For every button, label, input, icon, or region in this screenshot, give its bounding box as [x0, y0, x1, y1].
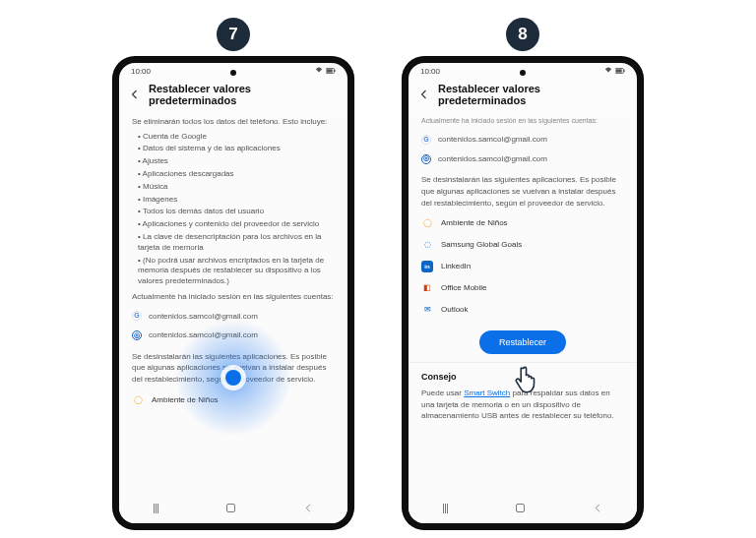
status-icons [315, 66, 336, 76]
list-item: Cuenta de Google [138, 132, 335, 143]
page-title: Restablecer valores predeterminados [438, 83, 627, 106]
office-icon: ◧ [421, 282, 433, 294]
nav-bar [119, 494, 347, 523]
session-note: Actualmente ha iniciado sesión en las si… [132, 291, 335, 303]
camera-notch [520, 70, 526, 76]
samsung-icon: ◎ [132, 330, 142, 340]
nav-bar [409, 494, 637, 523]
app-row[interactable]: in LinkedIn [421, 256, 624, 277]
screen-content-7[interactable]: Se eliminarán todos los datos del teléfo… [119, 112, 347, 501]
nav-back-icon[interactable] [593, 503, 603, 515]
account-row[interactable]: G contenidos.samcol@gmail.com [421, 130, 624, 149]
screen-content-8[interactable]: Actualmente ha iniciado sesión en las si… [409, 112, 637, 501]
svg-rect-2 [327, 69, 333, 72]
account-email: contenidos.samcol@gmail.com [149, 329, 258, 341]
kids-icon: ◯ [421, 217, 433, 229]
step-badge: 8 [506, 18, 539, 51]
app-label: Office Mobile [441, 282, 487, 294]
kids-icon: ◯ [132, 394, 144, 406]
app-row[interactable]: ◯ Ambiente de Niños [421, 212, 624, 234]
app-row[interactable]: ◯ Ambiente de Niños [132, 389, 335, 411]
account-row[interactable]: ◎ contenidos.samcol@gmail.com [132, 326, 335, 345]
app-label: LinkedIn [441, 261, 471, 272]
app-label: Outlook [441, 304, 469, 316]
nav-home-icon[interactable] [516, 503, 525, 514]
status-time: 10:00 [420, 67, 440, 76]
status-icons [604, 66, 625, 76]
apps-note: Se desinstalarán las siguientes aplicaci… [132, 351, 335, 386]
nav-recent-icon[interactable] [154, 504, 158, 513]
top-line: Actualmente ha iniciado sesión en las si… [421, 116, 624, 126]
list-item: Aplicaciones descargadas [138, 169, 335, 180]
app-label: Ambiente de Niños [441, 217, 508, 229]
nav-back-icon[interactable] [303, 503, 314, 515]
app-row[interactable]: ◌ Samsung Global Goals [421, 234, 624, 256]
back-icon[interactable] [418, 89, 430, 100]
account-email: contenidos.samcol@gmail.com [438, 153, 547, 165]
account-row[interactable]: ◎ contenidos.samcol@gmail.com [421, 149, 624, 169]
phone-frame-7: 10:00 Restablecer valores predeterminado… [113, 57, 353, 529]
tip-pre: Puede usar [421, 389, 464, 397]
apps-note: Se desinstalarán las siguientes aplicaci… [421, 174, 624, 209]
step-7: 7 10:00 Restablecer valores predetermina… [113, 18, 353, 538]
app-row[interactable]: ◧ Office Mobile [421, 277, 624, 299]
battery-icon [615, 67, 625, 76]
tip-body: Puede usar Smart Switch para respaldar s… [421, 388, 624, 422]
phone-frame-8: 10:00 Restablecer valores predeterminado… [403, 57, 643, 529]
samsung-icon: ◎ [421, 154, 431, 164]
list-item: Datos del sistema y de las aplicaciones [138, 144, 335, 154]
list-item: Ajustes [138, 156, 335, 167]
tip-title: Consejo [421, 371, 624, 384]
outlook-icon: ✉ [421, 304, 433, 316]
app-label: Ambiente de Niños [152, 394, 219, 406]
list-item: Todos los demás datos del usuario [138, 207, 335, 217]
status-time: 10:00 [131, 67, 151, 76]
app-row[interactable]: ✉ Outlook [421, 299, 624, 321]
google-icon: G [421, 135, 431, 145]
wifi-icon [315, 66, 323, 76]
svg-rect-4 [623, 69, 624, 72]
bullet-list: Cuenta de Google Datos del sistema y de … [132, 132, 335, 287]
intro-text: Se eliminarán todos los datos del teléfo… [132, 116, 335, 128]
smart-switch-link[interactable]: Smart Switch [464, 389, 510, 397]
account-email: contenidos.samcol@gmail.com [149, 311, 258, 323]
step-8: 8 10:00 Restablecer valores predetermina… [403, 18, 643, 538]
page-header: Restablecer valores predeterminados [409, 78, 637, 112]
account-email: contenidos.samcol@gmail.com [438, 134, 547, 146]
camera-notch [230, 70, 236, 76]
list-item: Música [138, 182, 335, 193]
reset-button[interactable]: Restablecer [479, 330, 566, 354]
svg-rect-1 [334, 69, 335, 72]
nav-recent-icon[interactable] [443, 504, 448, 513]
linkedin-icon: in [421, 261, 433, 272]
battery-icon [326, 67, 336, 76]
google-icon: G [132, 311, 142, 321]
step-badge: 7 [217, 18, 250, 51]
list-item: Imágenes [138, 195, 335, 206]
list-item: Aplicaciones y contenido del proveedor d… [138, 219, 335, 230]
list-item-muted: (No podrá usar archivos encriptados en l… [138, 256, 335, 287]
list-item: La clave de desencriptación para los arc… [138, 232, 335, 254]
page-header: Restablecer valores predeterminados [119, 78, 347, 112]
page-title: Restablecer valores predeterminados [149, 83, 338, 106]
account-row[interactable]: G contenidos.samcol@gmail.com [132, 307, 335, 327]
back-icon[interactable] [129, 89, 141, 100]
app-label: Samsung Global Goals [441, 239, 522, 251]
svg-rect-5 [616, 69, 622, 72]
wifi-icon [604, 66, 612, 76]
divider [409, 362, 637, 363]
nav-home-icon[interactable] [226, 503, 235, 514]
goals-icon: ◌ [421, 239, 433, 251]
